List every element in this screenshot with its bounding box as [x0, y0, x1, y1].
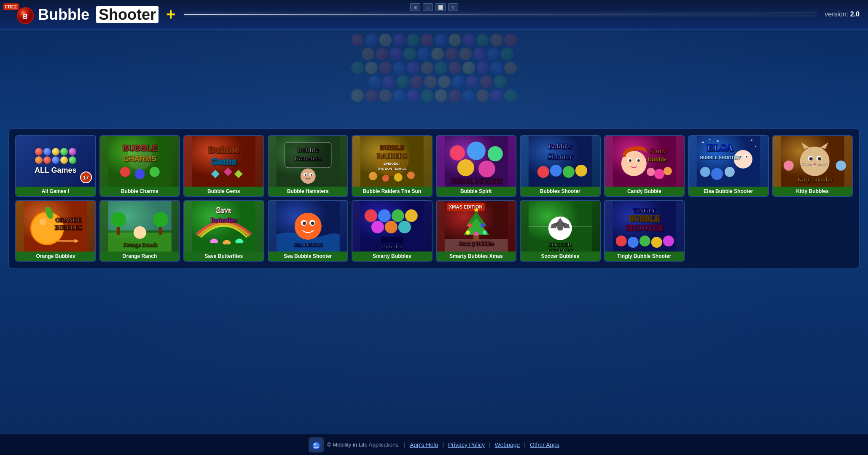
smarty-bubbles-label: Smarty Bubbles — [352, 252, 432, 261]
game-thumb-soccer-bubbles: SOCCER BUBBLES — [521, 201, 600, 252]
svg-point-36 — [407, 171, 415, 179]
toolbar-icons: ⊞ ♪ ⬜ ⚙ — [410, 3, 458, 11]
svg-text:Gems: Gems — [211, 156, 236, 167]
game-card-smarty-xmas[interactable]: XMAS EDITION Smarty — [436, 200, 517, 262]
game-card-save-butterflies[interactable]: Save Butterflies Save Butterflies — [183, 200, 264, 262]
svg-text:TINGLY: TINGLY — [633, 208, 656, 214]
game-card-bubble-hamsters[interactable]: Bubble Hamsters Bubble Hamsters — [268, 135, 349, 197]
sea-bubble-label: Sea Bubble Shooter — [269, 252, 348, 261]
footer-link-apps-help[interactable]: App's Help — [410, 442, 438, 448]
svg-point-129 — [365, 209, 377, 222]
footer-link-privacy[interactable]: Privacy Policy — [448, 442, 485, 448]
game-card-bubble-gems[interactable]: Bubble Gems Bubble Gems — [183, 135, 264, 197]
game-card-elsa-bubble[interactable]: ELSA BUBBLE SHOOTER Elsa Bubble Shooter — [688, 135, 769, 197]
svg-point-166 — [627, 237, 638, 248]
svg-point-149 — [474, 232, 478, 236]
game-card-smarty-bubbles[interactable]: Smarty Bubbles Smarty Bubbles — [352, 200, 433, 262]
svg-point-133 — [371, 221, 384, 233]
version-label: version: — [825, 11, 848, 18]
footer-sep3: | — [489, 442, 491, 448]
game-card-candy-bubble[interactable]: Candy Bubble Candy Bubble — [604, 135, 685, 197]
svg-text:Shooter: Shooter — [548, 153, 573, 161]
toolbar-icon-1[interactable]: ⊞ — [410, 3, 420, 11]
svg-point-66 — [751, 139, 752, 141]
svg-point-10 — [134, 169, 145, 179]
game-thumb-candy-bubble: Candy Bubble — [605, 136, 684, 187]
svg-text:CHARMS: CHARMS — [123, 155, 156, 163]
game-card-bubble-raiders[interactable]: BUBBLE RAIDERS EPISODE I THE SUN TEMPLE … — [352, 135, 433, 197]
logo-text: Bubble Shooter + — [38, 5, 175, 24]
svg-text:BUBBLES: BUBBLES — [548, 247, 573, 252]
svg-point-147 — [480, 223, 484, 228]
orange-ranch-label: Orange Ranch — [100, 252, 180, 261]
svg-text:BUBBLES: BUBBLES — [54, 225, 82, 231]
game-thumb-orange-bubbles: ORANGE BUBBLES — [16, 201, 95, 252]
game-card-all-games[interactable]: ALL Games 17 All Games ! — [15, 135, 96, 197]
game-card-tingly[interactable]: TINGLY BUBBLE SHOOTER Tingly Bubble Shoo… — [604, 200, 685, 262]
svg-text:Kitty Bubbles: Kitty Bubbles — [797, 177, 832, 183]
main-content: ALL Games 17 All Games ! — [0, 118, 868, 277]
svg-point-56 — [637, 159, 640, 162]
toolbar-icon-4[interactable]: ⚙ — [448, 3, 458, 11]
footer-copyright: © Mobility in Life Applications. — [327, 442, 400, 448]
svg-point-84 — [809, 157, 812, 161]
logo-plus-text: + — [166, 5, 175, 23]
svg-point-59 — [646, 168, 655, 176]
all-games-title: ALL Games — [35, 166, 77, 175]
svg-text:BUBBLE SPIRIT: BUBBLE SPIRIT — [450, 177, 502, 185]
toolbar-icon-2[interactable]: ♪ — [423, 3, 433, 11]
mini-bubble-grid — [35, 148, 76, 164]
svg-point-63 — [702, 142, 704, 143]
save-butterflies-label: Save Butterflies — [184, 252, 263, 261]
game-thumb-all-games: ALL Games 17 — [16, 136, 95, 187]
game-card-bubbles-shooter[interactable]: Bubbles Shooter Bubbles Shooter — [520, 135, 601, 197]
svg-text:Bubbles: Bubbles — [382, 244, 403, 250]
svg-point-93 — [836, 161, 846, 171]
game-thumb-tingly: TINGLY BUBBLE SHOOTER — [605, 201, 684, 252]
svg-point-172 — [314, 443, 316, 445]
game-card-bubble-spirit[interactable]: BUBBLE SPIRIT Bubble Spirit — [436, 135, 517, 197]
svg-text:ELSA: ELSA — [707, 142, 733, 153]
footer-link-webpage[interactable]: Webpage — [495, 442, 520, 448]
game-card-orange-ranch[interactable]: Orange Ranch Orange Ranch — [99, 200, 180, 262]
svg-text:XMAS EDITION: XMAS EDITION — [449, 204, 483, 209]
soccer-bubbles-label: Soccer Bubbles — [521, 252, 600, 261]
svg-point-131 — [392, 209, 404, 222]
footer-link-other-apps[interactable]: Other Apps — [530, 442, 559, 448]
toolbar-icon-3[interactable]: ⬜ — [435, 3, 446, 11]
svg-point-64 — [709, 139, 710, 140]
footer-logo: © Mobility in Life Applications. — [309, 437, 400, 452]
svg-point-61 — [663, 167, 672, 175]
svg-point-126 — [311, 222, 314, 225]
svg-text:Bubbles: Bubbles — [548, 143, 572, 150]
all-games-badge: 17 — [80, 171, 92, 183]
elsa-bubble-label: Elsa Bubble Shooter — [689, 187, 768, 196]
game-thumb-bubble-raiders: BUBBLE RAIDERS EPISODE I THE SUN TEMPLE — [352, 136, 432, 187]
svg-point-55 — [629, 159, 631, 162]
game-thumb-save-butterflies: Save Butterflies — [184, 201, 263, 252]
bg-shooter-visual — [0, 29, 868, 118]
game-card-soccer-bubbles[interactable]: SOCCER BUBBLES Soccer Bubbles — [520, 200, 601, 262]
logo-bubble-text: Bubble — [38, 6, 89, 23]
svg-point-171 — [313, 442, 320, 449]
tingly-label: Tingly Bubble Shooter — [605, 252, 684, 261]
svg-text:Butterflies: Butterflies — [210, 217, 237, 223]
svg-point-110 — [133, 226, 146, 239]
all-games-label: All Games ! — [16, 187, 95, 196]
bubble-spirit-label: Bubble Spirit — [437, 187, 516, 196]
svg-point-60 — [654, 169, 664, 179]
game-card-bubble-charms[interactable]: BUBBLE CHARMS Bubble Charms — [99, 135, 180, 197]
svg-point-169 — [663, 236, 674, 246]
svg-text:SEA BUBBLE: SEA BUBBLE — [293, 242, 322, 247]
game-card-kitty-bubbles[interactable]: Kitty Bubbles Kitty Bubbles — [772, 135, 853, 197]
svg-text:Bubble: Bubble — [208, 145, 239, 155]
svg-point-92 — [783, 161, 793, 171]
bubble-hamsters-label: Bubble Hamsters — [269, 187, 348, 196]
svg-text:ORANGE: ORANGE — [55, 217, 81, 223]
svg-point-9 — [120, 167, 130, 177]
svg-point-130 — [378, 209, 391, 222]
game-card-sea-bubble[interactable]: SEA BUBBLE Sea Bubble Shooter — [268, 200, 349, 262]
orange-bubbles-label: Orange Bubbles — [16, 252, 95, 261]
game-card-orange-bubbles[interactable]: ORANGE BUBBLES Orange Bubbles — [15, 200, 96, 262]
svg-point-48 — [550, 165, 562, 177]
